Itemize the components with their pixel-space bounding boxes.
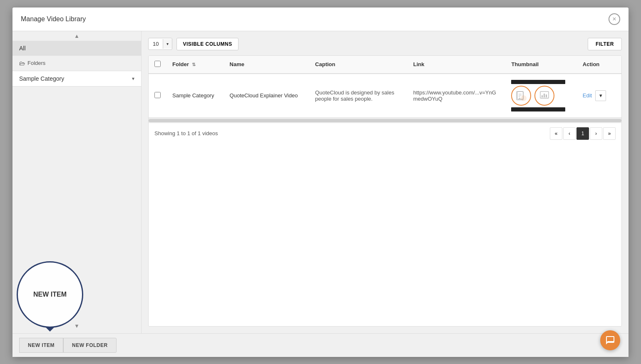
modal-body: ▲ All 🗁 Folders Sample Category ▾ ▼: [12, 31, 629, 333]
sidebar-item-sample-category[interactable]: Sample Category ▾: [12, 71, 141, 87]
svg-text:▲: ▲: [518, 97, 521, 99]
modal-title: Manage Video Library: [21, 15, 86, 23]
new-folder-button[interactable]: NEW FOLDER: [63, 338, 117, 353]
thumbnail-chart-icon[interactable]: [534, 86, 554, 106]
svg-rect-8: [542, 95, 543, 97]
folders-label: Folders: [27, 60, 45, 66]
chat-icon: [605, 335, 615, 345]
row-thumbnail: ▲: [505, 74, 576, 118]
thumbnail-bottom-bar: [511, 107, 565, 111]
svg-rect-9: [544, 94, 545, 97]
manage-video-library-modal: Manage Video Library × ▲ All 🗁 Folders S…: [12, 7, 629, 357]
per-page-value: 10: [149, 38, 163, 50]
video-table: Folder ⇅ Name Caption Link: [149, 56, 621, 118]
chat-bubble-button[interactable]: [600, 330, 620, 350]
first-page-button[interactable]: «: [550, 127, 562, 140]
header-checkbox-col: [149, 56, 166, 74]
prev-page-button[interactable]: ‹: [563, 127, 576, 140]
sample-category-label: Sample Category: [19, 75, 64, 82]
per-page-arrow[interactable]: ▾: [163, 39, 172, 49]
table-row: Sample Category QuoteCloud Explainer Vid…: [149, 74, 621, 118]
action-dropdown-button[interactable]: ▾: [595, 90, 606, 101]
next-page-button[interactable]: ›: [590, 127, 602, 140]
new-item-tooltip-text: NEW ITEM: [33, 291, 67, 298]
svg-point-5: [521, 95, 527, 101]
new-item-tooltip: NEW ITEM: [17, 261, 83, 328]
header-link: Link: [407, 56, 506, 74]
header-folder[interactable]: Folder ⇅: [166, 56, 224, 74]
thumbnail-upload-icon[interactable]: ▲: [511, 86, 531, 106]
header-action: Action: [577, 56, 621, 74]
modal-header: Manage Video Library ×: [12, 7, 629, 31]
scroll-down-icon[interactable]: ▼: [74, 323, 80, 329]
tooltip-arrow: [45, 327, 55, 332]
pagination-info: Showing 1 to 1 of 1 videos: [154, 130, 218, 136]
svg-rect-10: [546, 94, 547, 97]
sidebar-item-all[interactable]: All: [12, 41, 141, 56]
row-name: QuoteCloud Explainer Video: [224, 74, 310, 118]
table-header-row: Folder ⇅ Name Caption Link: [149, 56, 621, 74]
folders-header: 🗁 Folders: [12, 56, 141, 71]
action-area: Edit ▾: [583, 90, 616, 101]
thumbnail-wrapper: ▲: [511, 80, 571, 111]
chevron-down-icon: ▾: [132, 76, 134, 82]
new-item-button[interactable]: NEW ITEM: [19, 338, 63, 353]
horizontal-scrollbar-container: [149, 118, 621, 123]
last-page-button[interactable]: »: [603, 127, 616, 140]
toolbar: 10 ▾ VISIBLE COLUMNS FILTER: [148, 38, 622, 50]
row-action: Edit ▾: [577, 74, 621, 118]
row-folder: Sample Category: [166, 74, 224, 118]
horizontal-scrollbar[interactable]: [149, 119, 621, 122]
row-checkbox[interactable]: [154, 92, 161, 98]
thumbnail-icons: ▲: [511, 86, 554, 106]
select-all-checkbox[interactable]: [154, 61, 161, 67]
row-caption: QuoteCloud is designed by sales people f…: [309, 74, 407, 118]
header-thumbnail: Thumbnail: [505, 56, 576, 74]
close-button[interactable]: ×: [609, 13, 620, 25]
folder-icon: 🗁: [19, 60, 25, 67]
header-caption: Caption: [309, 56, 407, 74]
filter-button[interactable]: FILTER: [588, 38, 622, 50]
modal-overlay: Manage Video Library × ▲ All 🗁 Folders S…: [0, 0, 641, 364]
main-content: 10 ▾ VISIBLE COLUMNS FILTER: [142, 31, 629, 333]
visible-columns-button[interactable]: VISIBLE COLUMNS: [176, 38, 238, 50]
row-link: https://www.youtube.com/...v=YnGmedwOYuQ: [407, 74, 506, 118]
bottom-action-bar: NEW ITEM NEW ITEM NEW FOLDER: [12, 333, 629, 357]
current-page-button[interactable]: 1: [576, 127, 589, 140]
edit-link[interactable]: Edit: [583, 92, 592, 99]
row-checkbox-cell[interactable]: [149, 74, 166, 118]
scroll-up-icon[interactable]: ▲: [12, 31, 141, 41]
per-page-select[interactable]: 10 ▾: [148, 38, 172, 50]
pagination-controls: « ‹ 1 › »: [550, 127, 616, 140]
chevron-down-icon: ▾: [599, 92, 602, 99]
header-name: Name: [224, 56, 310, 74]
pagination-bar: Showing 1 to 1 of 1 videos « ‹ 1 › »: [149, 123, 621, 144]
sort-icon: ⇅: [192, 62, 196, 67]
sidebar-scroll-bottom: ▼: [12, 323, 141, 329]
video-table-container: Folder ⇅ Name Caption Link: [148, 55, 622, 327]
thumbnail-top-bar: [511, 80, 565, 84]
